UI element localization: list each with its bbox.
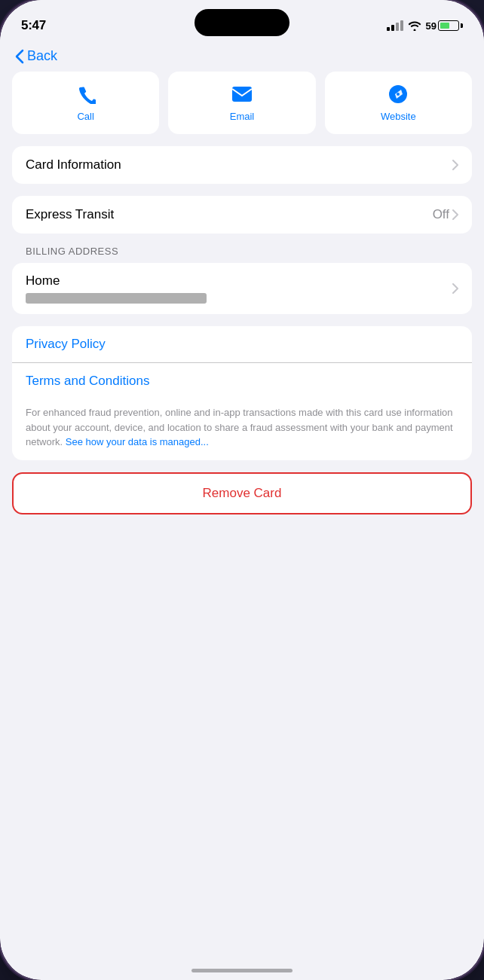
billing-address-section: BILLING ADDRESS Home [12, 246, 472, 314]
express-transit-section: Express Transit Off [12, 196, 472, 234]
chevron-right-icon [452, 209, 458, 220]
website-button[interactable]: Website [325, 72, 472, 134]
express-transit-label: Express Transit [26, 207, 114, 222]
email-icon [231, 84, 253, 105]
express-transit-value: Off [433, 207, 449, 222]
express-transit-cell[interactable]: Express Transit Off [12, 196, 472, 234]
chevron-left-icon [15, 49, 24, 64]
dynamic-island [195, 9, 289, 36]
screen: 5:47 59 [0, 0, 484, 980]
phone-icon [75, 84, 96, 105]
data-managed-link[interactable]: See how your data is managed... [66, 436, 209, 447]
express-transit-right: Off [433, 207, 458, 222]
privacy-section: Privacy Policy Terms and Conditions For … [12, 326, 472, 460]
phone-frame: 5:47 59 [0, 0, 484, 980]
chevron-right-icon [452, 160, 458, 170]
svg-point-3 [397, 93, 400, 96]
back-button[interactable]: Back [15, 48, 57, 64]
card-info-cell[interactable]: Card Information [12, 146, 472, 184]
home-indicator [191, 969, 293, 972]
call-label: Call [77, 111, 93, 122]
billing-address-bar [26, 293, 207, 304]
compass-icon [388, 84, 409, 105]
back-label: Back [27, 48, 57, 64]
card-info-right [452, 160, 458, 170]
billing-chevron-icon [452, 283, 458, 294]
main-content: Call Email [0, 72, 484, 533]
signal-icon [387, 20, 403, 31]
email-button[interactable]: Email [168, 72, 315, 134]
terms-link[interactable]: Terms and Conditions [12, 362, 472, 399]
billing-address-list: Home [12, 263, 472, 314]
card-info-section: Card Information [12, 146, 472, 184]
battery-icon: 59 [426, 20, 463, 32]
nav-bar: Back [0, 41, 484, 72]
website-label: Website [381, 111, 416, 122]
status-time: 5:47 [21, 18, 46, 33]
privacy-description: For enhanced fraud prevention, online an… [12, 399, 472, 460]
svg-rect-0 [232, 87, 252, 102]
billing-address-cell[interactable]: Home [12, 263, 472, 314]
status-icons: 59 [387, 20, 463, 32]
battery-level: 59 [426, 20, 437, 32]
call-button[interactable]: Call [12, 72, 159, 134]
card-info-label: Card Information [26, 157, 121, 172]
billing-home-label: Home [26, 273, 458, 289]
billing-section-header: BILLING ADDRESS [12, 246, 472, 263]
remove-card-section: Remove Card [12, 472, 472, 514]
wifi-icon [408, 20, 421, 31]
action-row: Call Email [12, 72, 472, 134]
privacy-policy-link[interactable]: Privacy Policy [12, 326, 472, 362]
remove-card-button[interactable]: Remove Card [14, 474, 470, 513]
email-label: Email [230, 111, 255, 122]
